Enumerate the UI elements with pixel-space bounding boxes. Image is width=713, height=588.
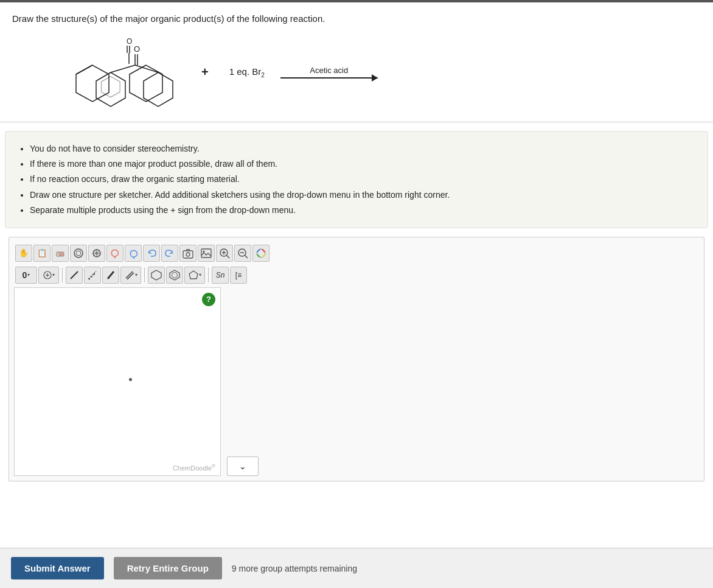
- svg-rect-25: [183, 251, 193, 258]
- svg-line-41: [89, 271, 96, 279]
- instruction-item: Separate multiple products using the + s…: [30, 203, 695, 218]
- double-bond-dropdown[interactable]: ▾: [120, 267, 141, 284]
- toolbar-separator-3: [208, 268, 209, 282]
- svg-line-43: [91, 276, 92, 277]
- eraser-tool[interactable]: [52, 245, 69, 262]
- dash-bond-tool[interactable]: [84, 267, 101, 284]
- redo-tool[interactable]: [161, 245, 178, 262]
- chevron-down-icon: ⌄: [239, 461, 246, 471]
- svg-line-44: [94, 274, 94, 275]
- svg-marker-51: [189, 271, 198, 279]
- svg-text:O: O: [134, 44, 140, 54]
- reaction-arrow: [280, 77, 378, 79]
- sketcher-container: ✋ 📋: [9, 237, 704, 481]
- add-product-dropdown[interactable]: ⌄: [227, 457, 259, 476]
- atom-number-dropdown[interactable]: 0 ▾: [15, 267, 37, 284]
- instructions-box: You do not have to consider stereochemis…: [5, 131, 708, 228]
- reaction-reagent: 1 eq. Br2: [229, 66, 265, 79]
- zoom-out-tool[interactable]: [234, 245, 251, 262]
- reaction-area: O: [12, 35, 701, 110]
- ring-template-tool[interactable]: [70, 245, 87, 262]
- zoom-in-tool[interactable]: [216, 245, 233, 262]
- svg-marker-48: [151, 270, 161, 280]
- canvas-row: ? ChemDoodle® ⌄: [14, 287, 699, 476]
- bold-bond-tool[interactable]: [102, 267, 119, 284]
- atom-number-label: 0: [23, 270, 27, 280]
- benzene-tool[interactable]: [166, 267, 183, 284]
- toolbar-row1: ✋ 📋: [14, 242, 699, 264]
- canvas-dot: [129, 378, 132, 381]
- svg-text:O: O: [127, 37, 132, 46]
- camera-tool[interactable]: [179, 245, 197, 262]
- instruction-item: Draw one structure per sketcher. Add add…: [30, 187, 695, 203]
- svg-marker-45: [107, 271, 114, 279]
- hexagon-tool[interactable]: [148, 267, 165, 284]
- instruction-item: If no reaction occurs, draw the organic …: [30, 172, 695, 187]
- svg-marker-8: [96, 72, 125, 107]
- reaction-arrow-container: Acetic acid: [280, 66, 378, 79]
- hand-tool[interactable]: ✋: [15, 245, 32, 262]
- attempts-remaining-text: 9 more group attempts remaining: [232, 564, 357, 573]
- ring-add-dropdown[interactable]: ▾: [38, 267, 59, 284]
- svg-line-5: [76, 65, 92, 74]
- footer-section: Submit Answer Retry Entire Group 9 more …: [0, 548, 713, 588]
- single-bond-tool[interactable]: [66, 267, 83, 284]
- double-bond-arrow: ▾: [135, 272, 137, 278]
- lasso2-tool[interactable]: [125, 245, 142, 262]
- svg-marker-7: [130, 65, 162, 102]
- svg-line-32: [227, 255, 230, 258]
- polygon-dropdown[interactable]: ▾: [184, 267, 205, 284]
- polygon-arrow: ▾: [199, 272, 201, 278]
- draw-canvas[interactable]: ? ChemDoodle®: [14, 287, 221, 476]
- color-tool[interactable]: [252, 245, 270, 262]
- svg-line-42: [89, 279, 89, 279]
- benzophenone-svg: O: [73, 35, 186, 108]
- reactant-molecule: O: [73, 35, 186, 110]
- atom-number-arrow: ▾: [27, 272, 30, 278]
- reaction-condition: Acetic acid: [310, 66, 348, 75]
- svg-line-40: [71, 271, 78, 279]
- svg-marker-49: [170, 270, 179, 280]
- undo-tool[interactable]: [143, 245, 160, 262]
- canvas-help-button[interactable]: ?: [202, 293, 215, 306]
- question-section: Draw the structure(s) of the major organ…: [0, 2, 713, 122]
- svg-point-19: [76, 251, 81, 256]
- svg-point-28: [203, 250, 205, 252]
- svg-line-10: [111, 65, 135, 72]
- bracket-tool[interactable]: [≡: [230, 267, 247, 284]
- toolbar-separator-2: [144, 268, 145, 282]
- svg-point-18: [74, 249, 83, 257]
- canvas-watermark: ChemDoodle®: [173, 463, 215, 472]
- toolbar-separator-1: [62, 268, 63, 282]
- toolbar-row2: 0 ▾ ▾: [14, 265, 699, 285]
- svg-marker-9: [102, 77, 120, 97]
- svg-line-35: [245, 255, 248, 258]
- instruction-item: You do not have to consider stereochemis…: [30, 141, 695, 156]
- submit-answer-button[interactable]: Submit Answer: [11, 557, 104, 579]
- svg-marker-15: [144, 72, 173, 107]
- ring-add-arrow: ▾: [52, 272, 55, 278]
- svg-point-26: [186, 253, 190, 256]
- question-title: Draw the structure(s) of the major organ…: [12, 13, 701, 24]
- svg-marker-4: [76, 65, 109, 102]
- svg-rect-17: [57, 252, 60, 256]
- image-tool[interactable]: [198, 245, 215, 262]
- retry-entire-group-button[interactable]: Retry Entire Group: [114, 557, 222, 579]
- clipboard-tool[interactable]: 📋: [33, 245, 50, 262]
- template-tool[interactable]: [88, 245, 105, 262]
- reaction-plus: +: [201, 65, 209, 79]
- chain-tool[interactable]: Sn: [212, 267, 229, 284]
- svg-point-50: [172, 272, 178, 278]
- lasso-tool[interactable]: [106, 245, 123, 262]
- instructions-list: You do not have to consider stereochemis…: [18, 141, 695, 218]
- instruction-item: If there is more than one major product …: [30, 156, 695, 172]
